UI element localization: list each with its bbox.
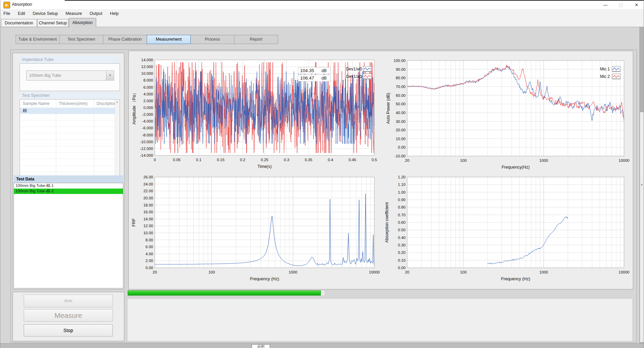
table-scrollbar[interactable]: ▲ ▼ xyxy=(115,100,120,179)
table-row[interactable] xyxy=(20,146,120,153)
level-readout-value: 104.35 xyxy=(300,68,314,73)
svg-text:20: 20 xyxy=(405,158,410,162)
menu-file[interactable]: File xyxy=(0,9,13,18)
svg-text:80.00: 80.00 xyxy=(396,76,406,80)
svg-text:22.00: 22.00 xyxy=(143,189,153,193)
subtab-tube-environment[interactable]: Tube & Environment xyxy=(16,35,60,44)
chevron-down-icon[interactable]: ▼ xyxy=(106,71,114,80)
top-edge-line xyxy=(65,0,644,1)
subtab-phase-calibration[interactable]: Phase Calibration xyxy=(103,35,147,44)
svg-text:0.00: 0.00 xyxy=(146,266,153,270)
svg-text:0.5: 0.5 xyxy=(372,158,377,162)
control-buttons-panel: Arm Measure Stop xyxy=(13,292,124,341)
maximize-button[interactable]: ▢ xyxy=(613,1,629,9)
svg-text:16.00: 16.00 xyxy=(143,210,153,214)
table-row[interactable] xyxy=(20,127,120,133)
subtab-report[interactable]: Report xyxy=(234,35,278,44)
svg-text:0.20: 0.20 xyxy=(398,251,406,255)
tab-channel-setup[interactable]: Channel Setup xyxy=(37,19,68,27)
table-row[interactable] xyxy=(20,133,120,140)
left-sidebar: Impendace Tube 100mm Big Tube ▼ Test Spe… xyxy=(13,53,124,289)
subtab-test-specimen[interactable]: Test Specimen xyxy=(59,35,103,44)
table-row[interactable] xyxy=(20,140,120,146)
svg-text:100: 100 xyxy=(460,270,466,274)
menu-bar: File Edit Device Setup Measure Output He… xyxy=(0,9,644,18)
impedance-tube-group: 100mm Big Tube ▼ xyxy=(20,63,120,91)
tab-documentation[interactable]: Documentation xyxy=(1,19,37,27)
svg-text:20: 20 xyxy=(153,270,157,274)
menu-edit[interactable]: Edit xyxy=(15,9,28,18)
window-controls: — ▢ ✕ xyxy=(598,1,644,9)
svg-text:-4.000: -4.000 xyxy=(142,119,153,123)
svg-text:6.000: 6.000 xyxy=(143,85,153,89)
svg-text:100.00: 100.00 xyxy=(394,59,406,63)
table-row[interactable] xyxy=(20,114,120,121)
measurement-progress-bar xyxy=(127,290,325,296)
subtab-process[interactable]: Process xyxy=(190,35,234,44)
table-row[interactable] xyxy=(20,166,120,172)
list-item-test-data-2[interactable]: 100mm Big Tube-棉-2 xyxy=(14,189,123,194)
taskbar-edge: 画图 xyxy=(0,343,644,348)
minimize-button[interactable]: — xyxy=(598,1,613,9)
svg-text:0.2: 0.2 xyxy=(240,158,245,162)
menu-device-setup[interactable]: Device Setup xyxy=(30,9,61,18)
scroll-up-icon[interactable]: ▲ xyxy=(115,101,119,103)
time-waveform-chart: 14.00012.00010.0008.0006.0004.0002.0000.… xyxy=(132,58,377,169)
svg-text:100: 100 xyxy=(208,270,215,274)
svg-text:Time(s): Time(s) xyxy=(257,164,272,169)
svg-text:10.00: 10.00 xyxy=(143,231,153,235)
svg-text:4.000: 4.000 xyxy=(143,92,153,96)
list-item-test-data-1[interactable]: 100mm Big Tube-棉-1 xyxy=(14,183,123,189)
arm-button[interactable]: Arm xyxy=(24,295,113,307)
svg-text:0.00: 0.00 xyxy=(398,145,406,149)
svg-text:100: 100 xyxy=(460,158,466,162)
level-readout-unit: dB xyxy=(321,68,327,73)
table-row[interactable]: 棉 xyxy=(20,108,120,114)
impedance-tube-value: 100mm Big Tube xyxy=(29,71,61,80)
vertical-scrollbar[interactable]: < xyxy=(639,27,644,343)
svg-text:2.000: 2.000 xyxy=(143,99,153,103)
charts-panel: 14.00012.00010.0008.0006.0004.0002.0000.… xyxy=(128,51,633,289)
svg-text:0.10: 0.10 xyxy=(398,258,406,262)
svg-text:0.30: 0.30 xyxy=(398,243,406,247)
subtab-measurement[interactable]: Measurement xyxy=(147,35,191,44)
column-thickness: Thickness(mm) xyxy=(56,100,94,108)
taskbar-tooltip: 画图 xyxy=(252,344,270,348)
svg-text:8.000: 8.000 xyxy=(143,78,153,82)
svg-text:Amplitude （Pa）: Amplitude （Pa） xyxy=(132,91,137,124)
auto-power-chart: 100.0090.0080.0070.0060.0050.0040.0030.0… xyxy=(386,59,629,170)
collapse-left-icon[interactable]: < xyxy=(640,183,644,187)
svg-text:50.00: 50.00 xyxy=(396,102,406,106)
table-row[interactable] xyxy=(20,121,120,127)
scrollbar-thumb[interactable]: < xyxy=(640,112,644,343)
menu-measure[interactable]: Measure xyxy=(62,9,85,18)
tab-absorption[interactable]: Absorption xyxy=(69,18,96,27)
svg-text:1.20: 1.20 xyxy=(398,175,406,179)
svg-text:0.4: 0.4 xyxy=(328,158,333,162)
table-row[interactable] xyxy=(20,159,120,166)
svg-text:0.60: 0.60 xyxy=(398,220,406,224)
svg-text:4.00: 4.00 xyxy=(146,252,153,256)
impedance-tube-dropdown[interactable]: 100mm Big Tube ▼ xyxy=(26,70,114,81)
test-data-list[interactable]: 100mm Big Tube-棉-1 100mm Big Tube-棉-2 xyxy=(14,183,123,288)
close-button[interactable]: ✕ xyxy=(629,1,644,9)
svg-text:70.00: 70.00 xyxy=(396,85,406,89)
svg-text:90.00: 90.00 xyxy=(396,67,406,71)
svg-text:10.000: 10.000 xyxy=(141,71,153,75)
table-row[interactable] xyxy=(20,153,120,159)
stop-button[interactable]: Stop xyxy=(24,324,113,336)
svg-text:Auto Power (dB): Auto Power (dB) xyxy=(386,93,391,124)
svg-text:20.00: 20.00 xyxy=(143,196,153,200)
test-specimen-table[interactable]: Sample Name Thickness(mm) Discription 棉 … xyxy=(20,99,120,180)
svg-text:-10.000: -10.000 xyxy=(140,140,153,144)
menu-help[interactable]: Help xyxy=(107,9,122,18)
column-sample-name: Sample Name xyxy=(20,100,56,108)
measure-button[interactable]: Measure xyxy=(24,309,113,322)
svg-text:10000: 10000 xyxy=(619,158,629,162)
svg-text:10.00: 10.00 xyxy=(396,137,406,141)
column-divider xyxy=(56,100,56,179)
svg-text:8.00: 8.00 xyxy=(146,238,153,242)
menu-output[interactable]: Output xyxy=(87,9,106,18)
svg-text:20: 20 xyxy=(405,270,410,274)
svg-text:60.00: 60.00 xyxy=(396,93,406,97)
